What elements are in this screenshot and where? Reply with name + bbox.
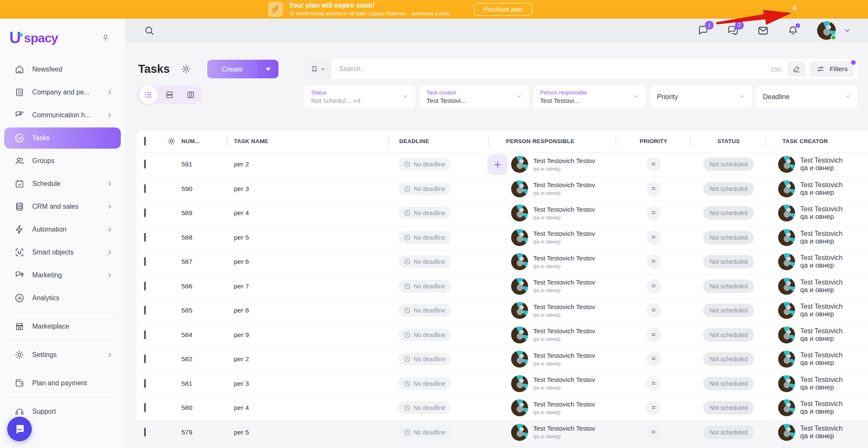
creator-name[interactable]: Test Testovich — [800, 376, 843, 384]
sidebar-item-newsfeed[interactable]: Newsfeed — [4, 59, 121, 80]
row-checkbox[interactable] — [144, 282, 146, 290]
priority-equal-icon[interactable]: = — [646, 376, 661, 391]
row-checkbox[interactable] — [144, 160, 146, 169]
status-badge[interactable]: Not scheduled — [703, 158, 754, 171]
creator-name[interactable]: Test Testovich — [800, 400, 843, 408]
task-name[interactable]: per 3 — [227, 380, 389, 387]
deadline-pill[interactable]: No deadline — [398, 304, 451, 317]
row-checkbox[interactable] — [144, 257, 146, 266]
priority-equal-icon[interactable]: = — [646, 206, 661, 220]
creator-avatar[interactable] — [778, 302, 795, 319]
col-header-task-name[interactable]: TASK NAME — [227, 130, 389, 152]
chat-icon[interactable]: 1 — [698, 25, 709, 36]
person-avatar[interactable] — [511, 205, 528, 221]
row-checkbox[interactable] — [144, 306, 146, 315]
col-header-priority[interactable]: PRIORITY — [616, 130, 691, 152]
user-menu-chevron-icon[interactable] — [843, 27, 851, 34]
creator-name[interactable]: Test Testovich — [800, 303, 843, 310]
status-badge[interactable]: Not scheduled — [703, 352, 754, 366]
deadline-pill[interactable]: No deadline — [398, 353, 451, 365]
sidebar-item-analytics[interactable]: Analytics — [4, 288, 121, 309]
person-avatar[interactable] — [511, 180, 528, 197]
status-badge[interactable]: Not scheduled — [703, 182, 754, 196]
support-chat-widget-button[interactable] — [7, 417, 32, 441]
creator-avatar[interactable] — [778, 375, 795, 392]
global-search-icon[interactable] — [144, 25, 154, 36]
status-badge[interactable]: Not scheduled — [703, 231, 754, 244]
table-row[interactable]: 580 per 4 No deadline Test Testovich Tes… — [136, 396, 868, 420]
person-avatar[interactable] — [511, 253, 528, 270]
col-header-num[interactable]: NUM... — [181, 130, 227, 152]
priority-equal-icon[interactable]: = — [646, 303, 661, 318]
filter-task-creator[interactable]: Task creator Test Testovi... — [420, 86, 529, 108]
creator-avatar[interactable] — [778, 424, 795, 441]
sidebar-item-automation[interactable]: Automation — [4, 219, 121, 240]
task-name[interactable]: per 5 — [227, 429, 389, 436]
status-badge[interactable]: Not scheduled — [703, 377, 754, 390]
sidebar-item-crm-and-sales[interactable]: CRM and sales — [4, 196, 121, 217]
table-row[interactable]: 582 per 2 No deadline Test Testovich Tes… — [136, 347, 868, 372]
person-name[interactable]: Test Testovich Testov — [533, 157, 595, 165]
status-badge[interactable]: Not scheduled — [703, 328, 754, 342]
task-name[interactable]: per 6 — [227, 258, 389, 265]
creator-avatar[interactable] — [778, 278, 795, 295]
creator-name[interactable]: Test Testovich — [800, 254, 843, 262]
search-input[interactable] — [331, 65, 771, 73]
filter-person-responsible[interactable]: Person responsible Test Testovi... — [533, 86, 646, 108]
status-badge[interactable]: Not scheduled — [703, 304, 754, 317]
deadline-pill[interactable]: No deadline — [398, 329, 451, 341]
deadline-pill[interactable]: No deadline — [398, 401, 451, 414]
person-name[interactable]: Test Testovich Testov — [533, 181, 595, 189]
creator-avatar[interactable] — [778, 205, 795, 221]
person-name[interactable]: Test Testovich Testov — [533, 254, 595, 262]
row-checkbox[interactable] — [144, 428, 146, 437]
sidebar-item-settings[interactable]: Settings — [4, 344, 121, 365]
person-avatar[interactable] — [511, 375, 528, 392]
user-avatar[interactable] — [817, 21, 836, 40]
deadline-pill[interactable]: No deadline — [398, 207, 451, 219]
person-avatar[interactable] — [511, 156, 528, 173]
creator-name[interactable]: Test Testovich — [800, 425, 843, 432]
priority-equal-icon[interactable]: = — [646, 157, 661, 171]
person-avatar[interactable] — [511, 424, 528, 441]
row-checkbox[interactable] — [144, 184, 146, 193]
person-avatar[interactable] — [511, 302, 528, 319]
priority-equal-icon[interactable]: = — [646, 230, 661, 245]
status-badge[interactable]: Not scheduled — [703, 401, 754, 415]
filter-deadline[interactable]: Deadline — [756, 86, 858, 108]
sidebar-item-company-and-pe[interactable]: Company and pe... — [4, 82, 121, 103]
priority-equal-icon[interactable]: = — [646, 328, 661, 342]
person-name[interactable]: Test Testovich Testov — [533, 352, 595, 360]
row-checkbox[interactable] — [144, 330, 146, 339]
creator-name[interactable]: Test Testovich — [800, 205, 843, 213]
cards-view-button[interactable] — [160, 86, 179, 104]
deadline-pill[interactable]: No deadline — [398, 426, 451, 439]
creator-name[interactable]: Test Testovich — [800, 279, 843, 286]
task-name[interactable]: per 5 — [227, 234, 389, 241]
priority-equal-icon[interactable]: = — [646, 254, 661, 269]
row-checkbox[interactable] — [144, 354, 146, 363]
person-avatar[interactable] — [511, 326, 528, 343]
task-name[interactable]: per 8 — [227, 307, 389, 314]
task-name[interactable]: per 7 — [227, 282, 389, 290]
creator-avatar[interactable] — [778, 399, 795, 416]
task-name[interactable]: per 9 — [227, 331, 389, 339]
creator-avatar[interactable] — [778, 180, 795, 197]
table-row[interactable]: 589 per 4 No deadline Test Testovich Tes… — [136, 201, 868, 226]
task-name[interactable]: per 2 — [227, 355, 389, 363]
mail-icon[interactable] — [757, 25, 769, 36]
deadline-pill[interactable]: No deadline — [398, 231, 451, 244]
row-checkbox[interactable] — [144, 379, 146, 388]
col-header-status[interactable]: STATUS — [691, 130, 766, 152]
filter-status[interactable]: Status Not schedul... +4 — [304, 86, 415, 108]
person-avatar[interactable] — [511, 351, 528, 368]
list-view-button[interactable] — [139, 86, 158, 104]
pin-sidebar-icon[interactable] — [101, 34, 110, 42]
person-avatar[interactable] — [511, 278, 528, 295]
creator-name[interactable]: Test Testovich — [800, 230, 843, 238]
task-name[interactable]: per 3 — [227, 185, 389, 193]
tasks-settings-gear-icon[interactable] — [181, 64, 191, 74]
person-name[interactable]: Test Testovich Testov — [533, 327, 595, 335]
sidebar-item-plan-and-payment[interactable]: Plan and payment — [4, 373, 121, 394]
sidebar-item-smart-objects[interactable]: Smart objects — [4, 242, 121, 263]
